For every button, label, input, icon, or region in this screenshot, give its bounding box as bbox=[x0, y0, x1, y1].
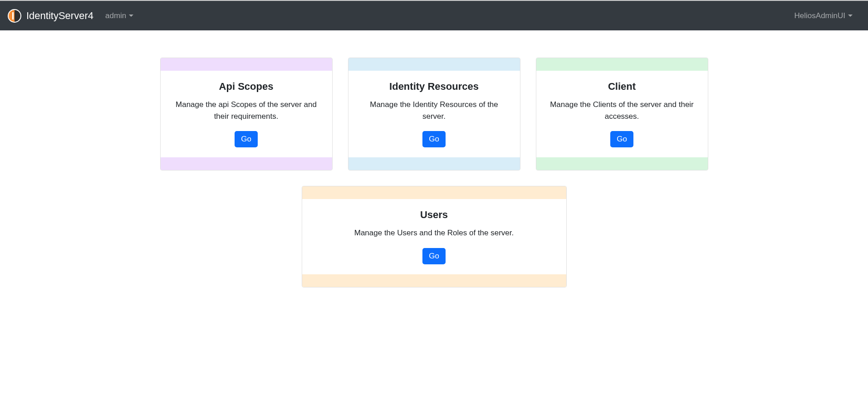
brand-logo-icon bbox=[7, 9, 22, 23]
card-row-2: Users Manage the Users and the Roles of … bbox=[157, 186, 711, 287]
card-text: Manage the Identity Resources of the ser… bbox=[359, 99, 509, 122]
nav-helios-label: HeliosAdminUI bbox=[794, 11, 845, 20]
card-body: Api Scopes Manage the api Scopes of the … bbox=[161, 71, 332, 157]
card-client: Client Manage the Clients of the server … bbox=[536, 58, 708, 170]
card-text: Manage the Clients of the server and the… bbox=[547, 99, 697, 122]
card-header bbox=[302, 186, 566, 199]
main-container: Api Scopes Manage the api Scopes of the … bbox=[148, 30, 720, 287]
caret-down-icon bbox=[848, 15, 853, 17]
card-footer bbox=[348, 157, 520, 170]
card-header bbox=[161, 58, 332, 71]
card-header bbox=[536, 58, 708, 71]
nav-helios-dropdown[interactable]: HeliosAdminUI bbox=[790, 9, 857, 23]
go-button-identity-resources[interactable]: Go bbox=[422, 131, 446, 147]
go-button-client[interactable]: Go bbox=[610, 131, 633, 147]
svg-rect-1 bbox=[12, 12, 14, 19]
card-footer bbox=[161, 157, 332, 170]
card-title: Api Scopes bbox=[172, 81, 321, 92]
card-text: Manage the Users and the Roles of the se… bbox=[313, 227, 555, 239]
card-body: Users Manage the Users and the Roles of … bbox=[302, 199, 566, 274]
go-button-users[interactable]: Go bbox=[422, 248, 446, 264]
go-button-api-scopes[interactable]: Go bbox=[235, 131, 258, 147]
card-title: Users bbox=[313, 209, 555, 221]
card-row-1: Api Scopes Manage the api Scopes of the … bbox=[157, 58, 711, 170]
card-text: Manage the api Scopes of the server and … bbox=[172, 99, 321, 122]
card-body: Identity Resources Manage the Identity R… bbox=[348, 71, 520, 157]
card-title: Identity Resources bbox=[359, 81, 509, 92]
card-body: Client Manage the Clients of the server … bbox=[536, 71, 708, 157]
card-api-scopes: Api Scopes Manage the api Scopes of the … bbox=[160, 58, 333, 170]
nav-right: HeliosAdminUI bbox=[790, 9, 857, 23]
card-header bbox=[348, 58, 520, 71]
nav-admin-label: admin bbox=[105, 11, 126, 20]
svg-rect-2 bbox=[15, 12, 17, 19]
navbar-brand[interactable]: IdentityServer4 bbox=[7, 9, 93, 23]
nav-admin-dropdown[interactable]: admin bbox=[101, 9, 138, 23]
brand-title: IdentityServer4 bbox=[26, 10, 93, 22]
card-title: Client bbox=[547, 81, 697, 92]
navbar: IdentityServer4 admin HeliosAdminUI bbox=[0, 1, 868, 30]
card-identity-resources: Identity Resources Manage the Identity R… bbox=[348, 58, 520, 170]
card-users: Users Manage the Users and the Roles of … bbox=[302, 186, 567, 287]
nav-left: admin bbox=[101, 9, 138, 23]
card-footer bbox=[536, 157, 708, 170]
card-footer bbox=[302, 274, 566, 287]
caret-down-icon bbox=[129, 15, 133, 17]
